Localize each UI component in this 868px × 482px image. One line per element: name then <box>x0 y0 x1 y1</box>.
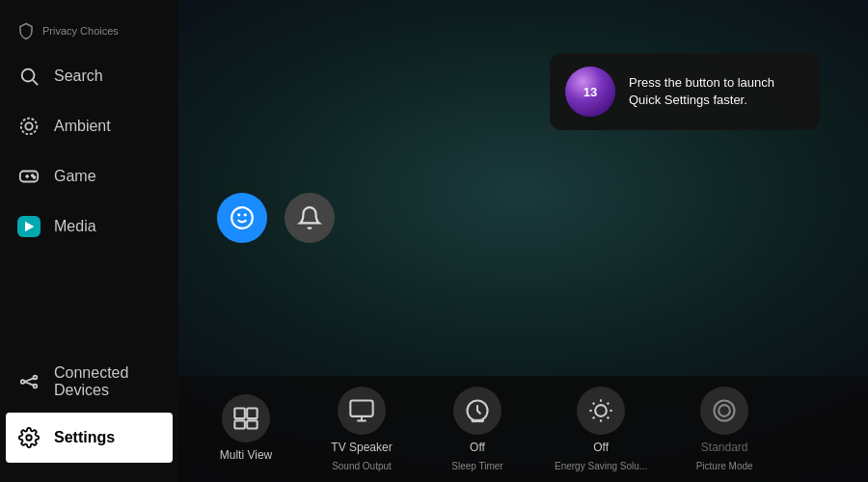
sidebar-bottom-nav: Connected Devices Settings <box>0 351 178 463</box>
toolbar-item-picture-mode[interactable]: Standard Picture Mode <box>686 387 763 472</box>
svg-point-0 <box>22 69 35 82</box>
sidebar-item-connected-devices[interactable]: Connected Devices <box>0 351 178 413</box>
multi-view-label: Multi View <box>220 448 272 464</box>
svg-point-3 <box>21 119 38 135</box>
search-icon <box>17 65 41 88</box>
tooltip-text: Press the button to launch Quick Setting… <box>629 74 804 109</box>
picture-mode-sublabel: Picture Mode <box>696 461 753 471</box>
floating-buttons <box>217 193 335 243</box>
svg-point-32 <box>595 405 607 416</box>
settings-label: Settings <box>54 429 115 446</box>
settings-icon <box>17 426 41 449</box>
smiley-button[interactable] <box>217 193 267 243</box>
energy-saving-sublabel: Energy Saving Solu... <box>555 461 647 471</box>
sidebar-item-search[interactable]: Search <box>0 51 178 101</box>
svg-point-8 <box>34 176 36 178</box>
svg-rect-22 <box>247 421 258 429</box>
bottom-toolbar: Multi View TV Speaker Sound Output <box>178 376 868 482</box>
svg-line-13 <box>24 378 33 382</box>
svg-line-14 <box>24 382 33 386</box>
energy-saving-icon <box>577 387 625 435</box>
media-icon <box>17 215 41 238</box>
svg-rect-23 <box>350 400 372 415</box>
svg-rect-19 <box>234 409 245 419</box>
sleep-timer-label: Off <box>470 441 485 456</box>
connected-devices-icon <box>17 370 41 393</box>
sidebar-spacer <box>0 252 178 351</box>
svg-point-11 <box>34 376 38 380</box>
tv-speaker-sublabel: Sound Output <box>332 461 392 471</box>
svg-line-39 <box>593 416 595 418</box>
svg-marker-9 <box>25 222 34 232</box>
game-label: Game <box>54 168 96 185</box>
svg-point-15 <box>26 435 32 441</box>
privacy-choices[interactable]: Privacy Choices <box>0 14 178 51</box>
sidebar-item-settings[interactable]: Settings <box>6 413 173 463</box>
avatar: 13 <box>565 67 615 117</box>
sidebar-item-ambient[interactable]: Ambient <box>0 101 178 151</box>
svg-point-16 <box>231 207 253 228</box>
search-label: Search <box>54 67 103 85</box>
svg-line-38 <box>608 416 610 418</box>
svg-point-42 <box>719 405 730 416</box>
picture-mode-icon <box>700 387 748 435</box>
content-area: 13 Press the button to launch Quick Sett… <box>178 0 868 482</box>
svg-line-37 <box>593 402 595 404</box>
bell-button[interactable] <box>285 193 335 243</box>
toolbar-item-tv-speaker[interactable]: TV Speaker Sound Output <box>323 387 400 472</box>
svg-rect-21 <box>234 421 245 429</box>
sleep-timer-sublabel: Sleep Timer <box>451 461 502 471</box>
toolbar-item-sleep-timer[interactable]: Off Sleep Timer <box>439 387 516 472</box>
svg-point-2 <box>25 122 32 129</box>
shield-icon <box>17 22 35 40</box>
tv-speaker-icon <box>338 387 386 435</box>
avatar-inner: 13 <box>565 67 615 117</box>
connected-devices-label: Connected Devices <box>54 364 161 399</box>
sidebar-item-media[interactable]: Media <box>0 201 178 252</box>
svg-rect-20 <box>247 409 258 419</box>
sidebar: Privacy Choices Search Ambient <box>0 0 178 482</box>
game-icon <box>17 165 41 188</box>
ambient-icon <box>17 115 41 138</box>
svg-line-40 <box>608 402 610 404</box>
ambient-label: Ambient <box>54 118 111 135</box>
energy-saving-label: Off <box>593 441 609 456</box>
media-label: Media <box>54 218 96 235</box>
quick-settings-tooltip: 13 Press the button to launch Quick Sett… <box>550 53 820 130</box>
svg-point-12 <box>34 385 38 388</box>
svg-point-41 <box>715 400 735 420</box>
sidebar-item-game[interactable]: Game <box>0 151 178 201</box>
toolbar-item-energy-saving[interactable]: Off Energy Saving Solu... <box>555 387 647 472</box>
toolbar-item-multi-view[interactable]: Multi View <box>207 394 285 464</box>
tv-speaker-label: TV Speaker <box>331 441 392 456</box>
picture-mode-label: Standard <box>701 441 748 456</box>
sleep-timer-icon <box>453 387 502 435</box>
avatar-initials: 13 <box>583 85 597 99</box>
multi-view-icon <box>222 394 270 442</box>
privacy-label: Privacy Choices <box>42 25 119 37</box>
svg-line-1 <box>33 80 38 85</box>
svg-point-10 <box>21 380 25 384</box>
